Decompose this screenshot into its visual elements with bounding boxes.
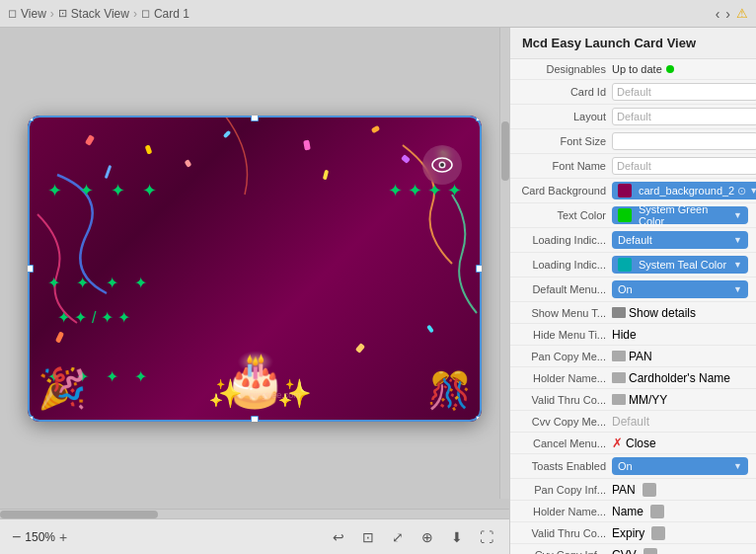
- pan-copy-info-value: PAN: [612, 483, 660, 497]
- canvas-vscrollbar-thumb[interactable]: [501, 121, 509, 181]
- resize-handle-ml[interactable]: [28, 265, 34, 273]
- valid-thru-text: MM/YY: [629, 393, 667, 407]
- font-name-input[interactable]: [612, 157, 756, 175]
- nav-forward-button[interactable]: ›: [725, 6, 730, 22]
- resize-handle-mr[interactable]: [476, 265, 482, 273]
- canvas-inner: ✦ ✦ ✦ ✦ ✦ ✦ ✦ ✦ ✦ ✦ ✦ ✦ ✦ ✦ / ✦ ✦ ✦ ✦ ✦ …: [28, 116, 482, 422]
- valid-thru-value: MM/YY: [612, 393, 667, 407]
- show-menu-title-row: Show Menu T... Show details: [510, 302, 756, 324]
- default-menu-arrow: ▼: [733, 284, 742, 294]
- canvas-vscrollbar[interactable]: [499, 28, 509, 499]
- default-menu-label: Default Menu...: [518, 283, 612, 295]
- eye-icon: [431, 157, 453, 173]
- canvas-hscrollbar-thumb[interactable]: [0, 511, 158, 518]
- breadcrumb-card[interactable]: ◻ Card 1: [141, 7, 189, 21]
- card-background-dropdown[interactable]: card_background_2 ⊙ ▼: [612, 182, 756, 199]
- grid-button[interactable]: ⊡: [357, 526, 379, 548]
- text-color-dropdown[interactable]: System Green Color ▼: [612, 206, 748, 224]
- holder-name-label: Holder Name...: [518, 372, 612, 384]
- panel-scroll-area[interactable]: Card Id Layout Font Size ▲ ▼: [510, 80, 756, 554]
- pan-copy-value: PAN: [612, 350, 652, 363]
- card-bg-arrow: ▼: [749, 186, 756, 196]
- add-button[interactable]: ⊕: [416, 526, 438, 548]
- loading-indic1-row: Loading Indic... Default ▼: [510, 228, 756, 253]
- canvas-hscrollbar[interactable]: [0, 509, 509, 518]
- zoom-in-button[interactable]: +: [59, 529, 67, 545]
- resize-handle-bm[interactable]: [251, 416, 259, 422]
- view-icon: ◻: [8, 7, 17, 20]
- loading-indic2-swatch: [618, 258, 632, 272]
- resize-handle-br[interactable]: [476, 416, 482, 422]
- valid-thru-info-value: Expiry: [612, 526, 669, 540]
- loading-indic2-value: System Teal Color: [639, 259, 726, 271]
- breadcrumb-stackview-label: Stack View: [71, 7, 129, 21]
- layout-input[interactable]: [612, 108, 756, 125]
- font-name-label: Font Name: [518, 160, 612, 172]
- download-button[interactable]: ⬇: [446, 526, 468, 548]
- card-background-row: Card Background card_background_2 ⊙ ▼: [510, 179, 756, 203]
- eye-button[interactable]: [422, 145, 462, 185]
- valid-thru-info-row: Valid Thru Co... Expiry: [510, 522, 756, 544]
- fullscreen-button[interactable]: ⛶: [476, 526, 497, 548]
- canvas-area: ✦ ✦ ✦ ✦ ✦ ✦ ✦ ✦ ✦ ✦ ✦ ✦ ✦ ✦ / ✦ ✦ ✦ ✦ ✦ …: [0, 28, 509, 554]
- text-color-value: System Green Color: [639, 203, 730, 227]
- svg-point-2: [440, 163, 444, 167]
- resize-handle-tm[interactable]: [251, 116, 259, 121]
- pan-copy-text: PAN: [629, 350, 652, 363]
- designables-value: Up to date: [612, 63, 674, 75]
- text-color-select: System Green Color ▼: [612, 206, 748, 224]
- card-icon: ◻: [141, 7, 150, 20]
- status-dot: [666, 65, 674, 73]
- card-pin: ✦ ✦ / ✦ ✦: [57, 308, 130, 327]
- valid-thru-info-swatch: [651, 526, 665, 540]
- breadcrumb-stackview[interactable]: ⊡ Stack View: [58, 7, 129, 21]
- canvas-scroll[interactable]: ✦ ✦ ✦ ✦ ✦ ✦ ✦ ✦ ✦ ✦ ✦ ✦ ✦ ✦ / ✦ ✦ ✦ ✦ ✦ …: [0, 28, 509, 509]
- valid-thru-info-label: Valid Thru Co...: [518, 527, 612, 539]
- pan-copy-info-label: Pan Copy Inf...: [518, 484, 612, 496]
- show-menu-title-value: Show details: [612, 306, 696, 320]
- top-bar: ◻ View › ⊡ Stack View › ◻ Card 1 ‹ › ⚠: [0, 0, 756, 28]
- refresh-button[interactable]: ↩: [328, 526, 349, 548]
- resize-handle-tl[interactable]: [28, 116, 34, 121]
- designables-row: Designables Up to date: [510, 59, 756, 80]
- layout-row: Layout: [510, 105, 756, 129]
- toasts-enabled-dropdown[interactable]: On ▼: [612, 457, 748, 475]
- loading-indic2-row: Loading Indic... System Teal Color ▼: [510, 253, 756, 277]
- card-background-label: Card Background: [518, 185, 612, 197]
- pan-copy-icon: [612, 351, 626, 361]
- holder-name-row: Holder Name... Cardholder's Name: [510, 367, 756, 389]
- card-background-select: card_background_2 ⊙ ▼: [612, 182, 756, 199]
- card-preview[interactable]: ✦ ✦ ✦ ✦ ✦ ✦ ✦ ✦ ✦ ✦ ✦ ✦ ✦ ✦ / ✦ ✦ ✦ ✦ ✦ …: [28, 116, 482, 422]
- cvv-copy-label: Cvv Copy Me...: [518, 416, 612, 428]
- font-size-row: Font Size ▲ ▼: [510, 129, 756, 154]
- zoom-level: 150%: [25, 530, 55, 544]
- party-hat-left: 🎉: [38, 365, 87, 412]
- cancel-menu-label: Cancel Menu...: [518, 437, 612, 449]
- resize-handle-tr[interactable]: [476, 116, 482, 121]
- card-id-input[interactable]: [612, 83, 756, 101]
- breadcrumb-view[interactable]: ◻ View: [8, 7, 46, 21]
- holder-name-info-value: Name: [612, 505, 668, 518]
- nav-back-button[interactable]: ‹: [716, 6, 720, 22]
- cvv-copy-info-swatch: [643, 548, 657, 555]
- loading-indic1-dropdown[interactable]: Default ▼: [612, 231, 748, 249]
- cvv-copy-row: Cvv Copy Me... Default: [510, 411, 756, 433]
- show-menu-title-label: Show Menu T...: [518, 307, 612, 319]
- card-id-row: Card Id: [510, 80, 756, 105]
- valid-thru-icon: [612, 394, 626, 405]
- default-menu-dropdown[interactable]: On ▼: [612, 280, 748, 298]
- bottom-toolbar: − 150% + ↩ ⊡ ⤢ ⊕ ⬇ ⛶: [0, 518, 509, 554]
- holder-name-text: Cardholder's Name: [629, 371, 730, 385]
- text-color-label: Text Color: [518, 209, 612, 221]
- zoom-out-button[interactable]: −: [12, 528, 21, 546]
- warning-icon: ⚠: [736, 6, 748, 21]
- font-size-input[interactable]: [612, 132, 756, 150]
- layout-label: Layout: [518, 111, 612, 122]
- cvv-copy-info-text: CVV: [612, 548, 637, 555]
- toasts-enabled-arrow: ▼: [733, 461, 742, 471]
- loading-indic1-value: Default: [618, 234, 652, 246]
- expand-button[interactable]: ⤢: [387, 526, 409, 548]
- toasts-enabled-row: Toasts Enabled On ▼: [510, 454, 756, 479]
- resize-handle-bl[interactable]: [28, 416, 34, 422]
- loading-indic2-dropdown[interactable]: System Teal Color ▼: [612, 256, 748, 274]
